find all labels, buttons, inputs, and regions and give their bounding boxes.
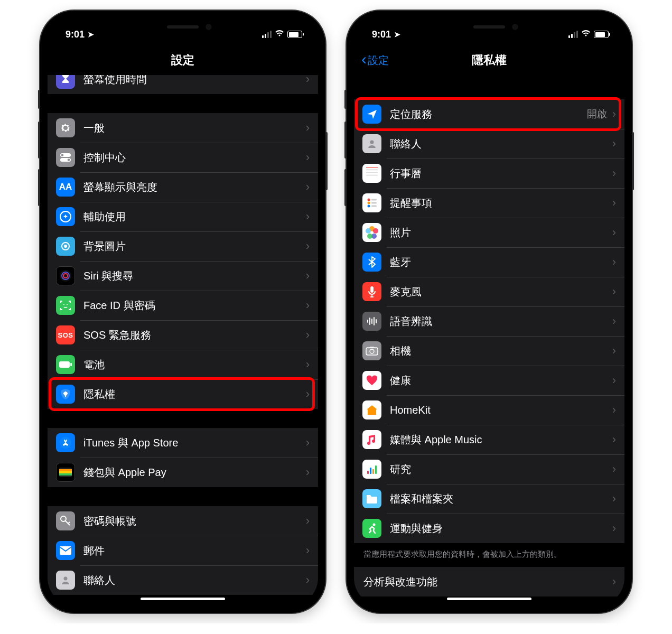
settings-row[interactable]: 聯絡人› bbox=[354, 129, 624, 158]
settings-row[interactable]: 隱私權› bbox=[48, 379, 318, 409]
chevron-right-icon: › bbox=[612, 226, 616, 239]
reminders-icon bbox=[362, 193, 381, 212]
settings-list[interactable]: 螢幕使用時間›一般›控制中心›AA螢幕顯示與亮度›✦輔助使用›背景圖片›Siri… bbox=[48, 75, 318, 605]
chevron-right-icon: › bbox=[306, 239, 310, 253]
row-label: 一般 bbox=[83, 121, 306, 135]
settings-row[interactable]: 相機› bbox=[354, 336, 624, 366]
settings-row[interactable]: 行事曆› bbox=[354, 158, 624, 188]
settings-row[interactable]: 控制中心› bbox=[48, 143, 318, 172]
settings-row[interactable]: 健康› bbox=[354, 366, 624, 395]
row-label: iTunes 與 App Store bbox=[83, 436, 306, 450]
chevron-right-icon: › bbox=[612, 462, 616, 476]
row-label: 研究 bbox=[390, 462, 612, 477]
chevron-right-icon: › bbox=[612, 403, 616, 417]
svg-point-24 bbox=[368, 199, 370, 201]
svg-point-25 bbox=[368, 202, 370, 204]
status-time: 9:01 bbox=[66, 29, 85, 40]
row-label: 聯絡人 bbox=[83, 573, 306, 588]
settings-row[interactable]: ✦輔助使用› bbox=[48, 202, 318, 231]
svg-point-35 bbox=[373, 524, 376, 526]
settings-row[interactable]: iTunes 與 App Store› bbox=[48, 428, 318, 458]
chevron-right-icon: › bbox=[306, 514, 310, 528]
home-indicator[interactable] bbox=[447, 598, 531, 600]
settings-row[interactable]: 運動與健身› bbox=[354, 514, 624, 543]
settings-row[interactable]: 媒體與 Apple Music› bbox=[354, 425, 624, 454]
settings-row[interactable]: HomeKit› bbox=[354, 395, 624, 425]
settings-row[interactable]: AA螢幕顯示與亮度› bbox=[48, 172, 318, 202]
settings-row[interactable]: 電池› bbox=[48, 350, 318, 379]
key-icon bbox=[56, 511, 75, 530]
hourglass-icon bbox=[56, 75, 75, 89]
chevron-right-icon: › bbox=[612, 374, 616, 387]
row-label: SOS 緊急服務 bbox=[83, 328, 306, 342]
notch bbox=[431, 18, 547, 36]
row-label: 分析與改進功能 bbox=[363, 575, 612, 589]
settings-row[interactable]: 定位服務開啟› bbox=[354, 99, 624, 129]
settings-row[interactable]: 螢幕使用時間› bbox=[48, 75, 318, 94]
chevron-right-icon: › bbox=[612, 196, 616, 210]
appstore-icon bbox=[56, 433, 75, 452]
nav-bar: 設定 bbox=[48, 45, 318, 75]
row-label: Siri 與搜尋 bbox=[83, 269, 306, 283]
svg-rect-27 bbox=[371, 199, 377, 201]
wallet-icon bbox=[56, 463, 75, 482]
settings-row[interactable]: 照片› bbox=[354, 218, 624, 247]
privacy-list[interactable]: 定位服務開啟›聯絡人›行事曆›提醒事項›照片›藍牙›麥克風›語音辨識›相機›健康… bbox=[354, 75, 624, 605]
svg-rect-28 bbox=[371, 202, 377, 204]
notch bbox=[125, 18, 241, 36]
settings-row[interactable]: 錢包與 Apple Pay› bbox=[48, 458, 318, 487]
settings-row[interactable]: 檔案和檔案夾› bbox=[354, 484, 624, 514]
chevron-right-icon: › bbox=[612, 344, 616, 358]
chevron-right-icon: › bbox=[612, 575, 616, 589]
row-label: 媒體與 Apple Music bbox=[390, 433, 612, 447]
row-label: 螢幕使用時間 bbox=[83, 75, 306, 87]
chevron-right-icon: › bbox=[612, 285, 616, 299]
chevron-right-icon: › bbox=[306, 299, 310, 312]
settings-row[interactable]: 密碼與帳號› bbox=[48, 506, 318, 536]
svg-point-9 bbox=[63, 304, 64, 305]
row-value: 開啟 bbox=[587, 107, 607, 121]
settings-row[interactable]: 提醒事項› bbox=[354, 188, 624, 218]
svg-point-5 bbox=[64, 245, 67, 248]
section-footer-note: 當應用程式要求取用您的資料時，會被加入上方的類別。 bbox=[354, 543, 624, 567]
research-icon bbox=[362, 460, 381, 479]
settings-row[interactable]: 研究› bbox=[354, 454, 624, 484]
settings-row[interactable]: 麥克風› bbox=[354, 277, 624, 306]
sos-icon: SOS bbox=[56, 325, 75, 344]
row-label: 定位服務 bbox=[390, 107, 587, 122]
row-label: 運動與健身 bbox=[390, 521, 612, 536]
settings-row[interactable]: Face ID 與密碼› bbox=[48, 291, 318, 320]
settings-row[interactable]: 藍牙› bbox=[354, 247, 624, 277]
settings-row[interactable]: 聯絡人› bbox=[48, 565, 318, 595]
health-icon bbox=[362, 371, 381, 390]
settings-row[interactable]: 語音辨識› bbox=[354, 306, 624, 336]
microphone-icon bbox=[362, 282, 381, 301]
row-label: 麥克風 bbox=[390, 285, 612, 299]
row-label: 郵件 bbox=[83, 544, 306, 558]
chevron-right-icon: › bbox=[612, 255, 616, 269]
svg-rect-29 bbox=[371, 206, 377, 207]
settings-row[interactable]: SOSSOS 緊急服務› bbox=[48, 320, 318, 350]
location-indicator-icon: ➤ bbox=[88, 30, 94, 39]
settings-row[interactable]: 背景圖片› bbox=[48, 231, 318, 261]
settings-row[interactable]: 郵件› bbox=[48, 536, 318, 565]
row-label: 提醒事項 bbox=[390, 196, 612, 210]
battery-icon bbox=[594, 31, 609, 38]
back-button[interactable]: ‹ 設定 bbox=[361, 45, 389, 75]
svg-rect-34 bbox=[370, 347, 374, 348]
music-icon bbox=[362, 430, 381, 449]
speech-icon bbox=[362, 312, 381, 331]
chevron-right-icon: › bbox=[306, 210, 310, 223]
row-label: 藍牙 bbox=[390, 255, 612, 269]
settings-row[interactable]: Siri 與搜尋› bbox=[48, 261, 318, 291]
row-label: 電池 bbox=[83, 358, 306, 372]
settings-row[interactable]: 分析與改進功能› bbox=[354, 567, 624, 596]
svg-rect-12 bbox=[70, 363, 72, 366]
location-indicator-icon: ➤ bbox=[394, 30, 400, 39]
settings-row[interactable]: 一般› bbox=[48, 113, 318, 143]
wifi-icon bbox=[581, 30, 591, 39]
chevron-right-icon: › bbox=[306, 328, 310, 342]
home-indicator[interactable] bbox=[141, 598, 225, 600]
svg-point-1 bbox=[61, 154, 64, 156]
svg-rect-16 bbox=[59, 471, 72, 473]
